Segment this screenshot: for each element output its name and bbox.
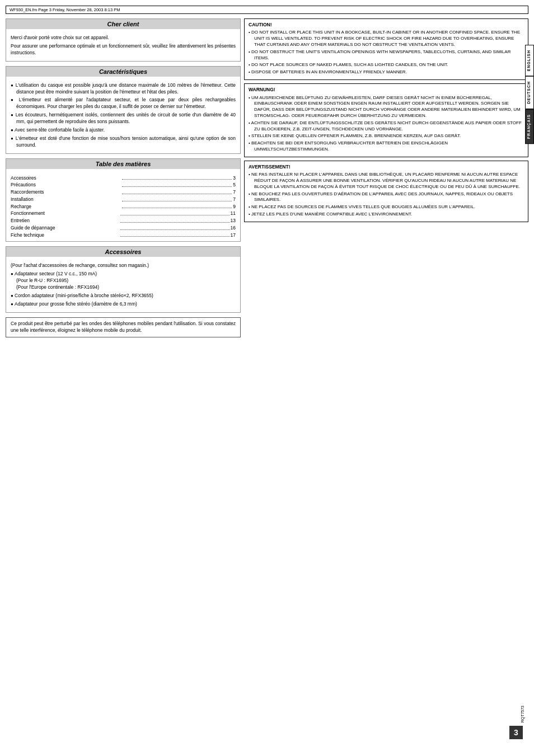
list-item: Cordon adaptateur (mini-prise/fiche à br…: [11, 293, 236, 299]
toc-row: Fonctionnement11: [11, 210, 236, 217]
avertissement-box: AVERTISSEMENT! NE PAS INSTALLER NI PLACE…: [244, 161, 528, 222]
page-number: 3: [509, 726, 523, 739]
cher-client-p1: Merci d'avoir porté votre choix sur cet …: [11, 35, 236, 41]
cher-client-title: Cher client: [6, 19, 240, 29]
list-item: NE BOUCHEZ PAS LES OUVERTURES D'AÉRATION…: [249, 191, 524, 204]
header-text: WF930_EN.fm Page 3 Friday, November 28, …: [10, 7, 120, 12]
list-item: DO NOT OBSTRUCT THE UNIT'S VENTILATION O…: [249, 49, 524, 62]
toc-label: Entretien: [11, 217, 119, 224]
list-item: DO NOT PLACE SOURCES OF NAKED FLAMES, SU…: [249, 62, 524, 68]
toc-dots: [122, 194, 232, 194]
toc-row: Accessoires3: [11, 175, 236, 182]
toc-label: Fonctionnement: [11, 210, 119, 217]
right-column: CAUTION! DO NOT INSTALL OR PLACE THIS UN…: [244, 18, 528, 337]
toc-dots: [120, 215, 229, 215]
toc-dots: [120, 222, 229, 223]
toc-page: 13: [231, 217, 236, 224]
list-item: UM AUSREICHENDE BELÜFTUNG ZU GEWÄHRLEIST…: [249, 95, 524, 119]
avertissement-title: AVERTISSEMENT!: [249, 164, 524, 170]
toc-label: Recharge: [11, 203, 121, 210]
caution-list: DO NOT INSTALL OR PLACE THIS UNIT IN A B…: [249, 30, 524, 76]
caution-box: CAUTION! DO NOT INSTALL OR PLACE THIS UN…: [244, 18, 528, 80]
caracteristiques-list: L'utilisation du casque est possible jus…: [11, 82, 236, 149]
toc-body: Accessoires3Précautions5Raccordements7In…: [6, 172, 240, 242]
toc-row: Entretien13: [11, 217, 236, 224]
toc-title: Table des matières: [6, 159, 240, 169]
warnung-box: WARNUNG! UM AUSREICHENDE BELÜFTUNG ZU GE…: [244, 83, 528, 157]
avertissement-list: NE PAS INSTALLER NI PLACER L'APPAREIL DA…: [249, 172, 524, 218]
list-item: DISPOSE OF BATTERIES IN AN ENVIRONMENTAL…: [249, 69, 524, 76]
toc-page: 9: [233, 203, 236, 210]
toc-row: Installation7: [11, 196, 236, 203]
tab-francais: FRANÇAIS: [525, 109, 534, 144]
toc-dots: [122, 186, 232, 187]
toc-section: Table des matières Accessoires3Précautio…: [6, 158, 241, 242]
list-item: Adaptateur pour grosse fiche stéréo (dia…: [11, 301, 236, 308]
note-box: Ce produit peut être perturbé par les on…: [6, 317, 241, 337]
cher-client-section: Cher client Merci d'avoir porté votre ch…: [6, 18, 241, 62]
caracteristiques-body: L'utilisation du casque est possible jus…: [6, 79, 240, 153]
rqt-number: RQT7573: [521, 706, 524, 722]
toc-label: Accessoires: [11, 175, 121, 182]
toc-page: 3: [233, 175, 236, 182]
list-item: L'émetteur est alimenté par l'adaptateur…: [11, 97, 236, 110]
toc-label: Guide de dépannage: [11, 224, 119, 232]
list-item: L'utilisation du casque est possible jus…: [11, 82, 236, 96]
list-item: NE PLACEZ PAS DE SOURCES DE FLAMMES VIVE…: [249, 204, 524, 210]
caracteristiques-section: Caractéristiques L'utilisation du casque…: [6, 66, 241, 154]
accessoires-list: Adaptateur secteur (12 V c.c., 150 mA)(P…: [11, 271, 236, 307]
side-tabs: ENGLISH DEUTSCH FRANÇAIS: [525, 45, 534, 144]
main-content: Cher client Merci d'avoir porté votre ch…: [6, 18, 528, 337]
page-wrapper: WF930_EN.fm Page 3 Friday, November 28, …: [0, 0, 534, 756]
toc-label: Installation: [11, 196, 121, 203]
toc-page: 17: [231, 232, 236, 239]
left-column: Cher client Merci d'avoir porté votre ch…: [6, 18, 241, 337]
toc-dots: [122, 179, 232, 180]
accessoires-title: Accessoires: [6, 247, 240, 257]
toc-page: 5: [233, 181, 236, 189]
toc-row: Recharge9: [11, 203, 236, 210]
toc-page: 7: [233, 189, 236, 196]
list-item: Les écouteurs, hermétiquement isolés, co…: [11, 112, 236, 125]
warnung-title: WARNUNG!: [249, 87, 524, 93]
accessoires-intro: (Pour l'achat d'accessoires de rechange,…: [11, 262, 236, 269]
toc-label: Précautions: [11, 181, 121, 189]
list-item: NE PAS INSTALLER NI PLACER L'APPAREIL DA…: [249, 172, 524, 190]
list-item: Avec serre-tête confortable facile à aju…: [11, 127, 236, 134]
toc-page: 11: [231, 210, 236, 217]
toc-page: 7: [233, 196, 236, 203]
accessoires-body: (Pour l'achat d'accessoires de rechange,…: [6, 260, 240, 312]
accessoires-section: Accessoires (Pour l'achat d'accessoires …: [6, 246, 241, 312]
list-item: STELLEN SIE KEINE QUELLEN OFFENER FLAMME…: [249, 133, 524, 139]
toc-dots: [122, 208, 232, 208]
toc-row: Précautions5: [11, 181, 236, 189]
caution-title: CAUTION!: [249, 22, 524, 28]
toc-row: Guide de dépannage16: [11, 224, 236, 232]
toc-dots: [120, 229, 229, 230]
list-item: Adaptateur secteur (12 V c.c., 150 mA)(P…: [11, 271, 236, 291]
toc-label: Fiche technique: [11, 232, 119, 239]
list-item: BEACHTEN SIE BEI DER ENTSORGUNG VERBRAUC…: [249, 140, 524, 153]
caracteristiques-title: Caractéristiques: [6, 67, 240, 77]
toc-page: 16: [231, 224, 236, 232]
list-item: DO NOT INSTALL OR PLACE THIS UNIT IN A B…: [249, 30, 524, 48]
toc-label: Raccordements: [11, 189, 121, 196]
tab-deutsch: DEUTSCH: [525, 76, 534, 109]
toc-dots: [120, 236, 229, 237]
tab-english: ENGLISH: [525, 45, 534, 76]
cher-client-p2: Pour assurer une performance optimale et…: [11, 43, 236, 57]
toc-dots: [122, 201, 232, 201]
list-item: JETEZ LES PILES D'UNE MANIÈRE COMPATIBLE…: [249, 212, 524, 218]
list-item: ACHTEN SIE DARAUF, DIE ENTLÜFTUNGSSCHLIT…: [249, 120, 524, 133]
toc-row: Fiche technique17: [11, 232, 236, 239]
list-item: L'émetteur est doté d'une fonction de mi…: [11, 135, 236, 149]
cher-client-body: Merci d'avoir porté votre choix sur cet …: [6, 32, 240, 61]
toc-rows: Accessoires3Précautions5Raccordements7In…: [11, 175, 236, 239]
warnung-list: UM AUSREICHENDE BELÜFTUNG ZU GEWÄHRLEIST…: [249, 95, 524, 153]
header-bar: WF930_EN.fm Page 3 Friday, November 28, …: [6, 6, 528, 14]
note-text: Ce produit peut être perturbé par les on…: [11, 321, 236, 333]
toc-row: Raccordements7: [11, 189, 236, 196]
